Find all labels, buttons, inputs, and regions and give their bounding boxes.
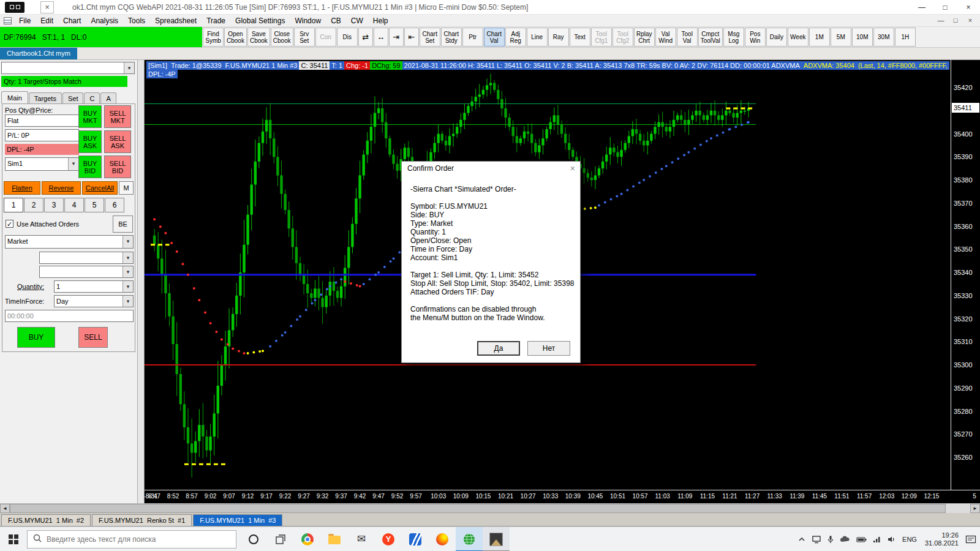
position-display-field[interactable] — [5, 114, 79, 127]
account-select[interactable]: Sim1 ▾ — [5, 157, 79, 171]
symbol-combo[interactable]: ▾ — [1, 62, 135, 74]
taskbar-search[interactable] — [27, 530, 236, 549]
cancel-all-button[interactable]: CancelAll — [82, 181, 118, 195]
5min-timeframe-button[interactable]: 5M — [831, 28, 851, 47]
minimize-button[interactable]: — — [910, 0, 933, 15]
task-view-icon[interactable] — [267, 527, 294, 551]
menu-cb[interactable]: CB — [326, 15, 346, 27]
child-close-button[interactable]: × — [963, 15, 978, 27]
10min-timeframe-button[interactable]: 10M — [852, 28, 873, 47]
find-symbol-button[interactable]: Find Symb — [203, 28, 224, 47]
close-chartbook-button[interactable]: Close Cbook — [271, 28, 293, 47]
chart-tab-2[interactable]: F.US.MYMU21 Renko 5t #1 — [92, 514, 192, 526]
pointer-button[interactable]: Ptr — [462, 28, 483, 47]
position-window-button[interactable]: Pos Win — [745, 28, 766, 47]
sierra-chart-icon[interactable] — [456, 527, 483, 551]
text-tool-button[interactable]: Text — [570, 28, 590, 47]
flatten-button[interactable]: Flatten — [4, 181, 40, 195]
price2-select[interactable]: ▾ — [39, 266, 134, 278]
buy-bid-button[interactable]: BUY BID — [78, 156, 102, 178]
chart-studies-button[interactable]: Chart Stdy — [441, 28, 462, 47]
language-indicator[interactable]: ENG — [901, 536, 918, 543]
replay-chart-button[interactable]: Rplay Chrt — [634, 28, 655, 47]
child-minimize-button[interactable]: — — [933, 15, 948, 27]
mic-icon[interactable] — [827, 535, 834, 544]
breakeven-button[interactable]: BE — [113, 216, 133, 233]
chart-values-button[interactable]: Chart Val — [484, 28, 505, 47]
buy-market-button[interactable]: BUY MKT — [78, 105, 102, 128]
search-ring-icon[interactable] — [240, 527, 267, 551]
trade-tab-targets[interactable]: Targets — [29, 92, 62, 103]
maximize-button[interactable]: □ — [933, 0, 957, 15]
menu-tools[interactable]: Tools — [123, 15, 150, 27]
firefox-icon[interactable] — [429, 527, 456, 551]
search-input[interactable] — [47, 535, 231, 544]
confirm-no-button[interactable]: Нет — [527, 341, 570, 356]
dialog-close-icon[interactable]: × — [570, 164, 575, 173]
sell-bid-button[interactable]: SELL BID — [104, 156, 131, 178]
chevron-up-icon[interactable] — [797, 536, 806, 543]
wifi-icon[interactable] — [873, 536, 881, 543]
tool-config1-button[interactable]: Tool Cfg1 — [591, 28, 612, 47]
weekly-timeframe-button[interactable]: Week — [788, 28, 809, 47]
price-scale[interactable]: 3542035400353903538035370353603535035340… — [951, 60, 980, 490]
floating-close-button[interactable]: × — [40, 1, 54, 13]
menu-chart[interactable]: Chart — [58, 15, 86, 27]
child-restore-button[interactable]: □ — [948, 15, 963, 27]
chrome-icon[interactable] — [294, 527, 321, 551]
trade-tab-main[interactable]: Main — [1, 91, 28, 103]
checkbox-checked-icon[interactable]: ✓ — [6, 220, 13, 228]
battery-icon[interactable] — [856, 536, 867, 543]
scroll-right-arrow[interactable]: ► — [970, 504, 980, 513]
expand-scale-icon-button[interactable]: ⇄ — [358, 28, 373, 47]
tool-values-button[interactable]: Tool Val — [677, 28, 698, 47]
quantity-preset-6[interactable]: 6 — [105, 198, 124, 212]
profit-loss-field[interactable] — [5, 129, 79, 141]
stripes-app-icon[interactable] — [402, 527, 429, 551]
menu-button[interactable]: M — [119, 181, 134, 195]
quantity-preset-3[interactable]: 3 — [44, 198, 64, 212]
tool-config2-button[interactable]: Tool Cfg2 — [612, 28, 633, 47]
yandex-icon[interactable]: Y — [375, 527, 402, 551]
chart-tab-1[interactable]: F.US.MYMU21 1 Min #2 — [1, 514, 91, 526]
window-stack-icon[interactable] — [5, 2, 24, 13]
chartbook-tab[interactable]: Chartbook1.Cht mym — [0, 48, 77, 59]
menu-file[interactable]: File — [14, 15, 36, 27]
trade-tab-a[interactable]: A — [100, 92, 116, 103]
compact-tool-values-button[interactable]: Cmpct ToolVal — [698, 28, 723, 47]
buy-button[interactable]: BUY — [17, 327, 55, 348]
chart-settings-button[interactable]: Chart Set — [420, 28, 440, 47]
use-attached-orders-row[interactable]: ✓ Use Attached Orders — [6, 220, 79, 228]
connect-button[interactable]: Con — [315, 28, 336, 47]
close-button[interactable]: × — [957, 0, 980, 15]
panel-splitter[interactable] — [137, 60, 145, 503]
trade-tab-c[interactable]: C — [84, 92, 100, 103]
quantity-preset-4[interactable]: 4 — [64, 198, 84, 212]
buy-ask-button[interactable]: BUY ASK — [78, 130, 102, 153]
sell-ask-button[interactable]: SELL ASK — [104, 130, 131, 153]
sell-market-button[interactable]: SELL MKT — [104, 105, 131, 128]
price1-select[interactable]: ▾ — [39, 252, 134, 264]
menu-help[interactable]: Help — [368, 15, 393, 27]
photos-icon[interactable] — [483, 527, 510, 551]
time-field[interactable] — [5, 310, 134, 322]
tif-select[interactable]: Day ▾ — [54, 295, 134, 307]
quantity-preset-1[interactable]: 1 — [4, 198, 23, 212]
scroll-to-end-icon-button[interactable]: ⇥ — [389, 28, 404, 47]
taskbar-clock[interactable]: 19:26 31.08.2021 — [924, 531, 960, 547]
quantity-preset-5[interactable]: 5 — [85, 198, 104, 212]
daily-timeframe-button[interactable]: Daily — [766, 28, 787, 47]
chart-tab-3[interactable]: F.US.MYMU21 1 Min #3 — [193, 514, 282, 526]
values-window-button[interactable]: Val Wind — [655, 28, 676, 47]
disconnect-button[interactable]: Dis — [337, 28, 358, 47]
quantity-select[interactable]: 1 ▾ — [54, 280, 134, 293]
scroll-left-arrow[interactable]: ◄ — [0, 504, 10, 513]
ray-tool-button[interactable]: Ray — [548, 28, 569, 47]
order-type-select[interactable]: Market ▾ — [5, 235, 134, 249]
start-button[interactable] — [0, 527, 27, 551]
display-icon[interactable] — [812, 535, 821, 544]
time-scale[interactable]: -8-318:478:528:579:029:079:129:179:229:2… — [145, 490, 980, 503]
scrollbar-thumb[interactable] — [10, 504, 946, 513]
adjust-region-button[interactable]: Adj Reg — [505, 28, 526, 47]
quantity-preset-2[interactable]: 2 — [24, 198, 43, 212]
